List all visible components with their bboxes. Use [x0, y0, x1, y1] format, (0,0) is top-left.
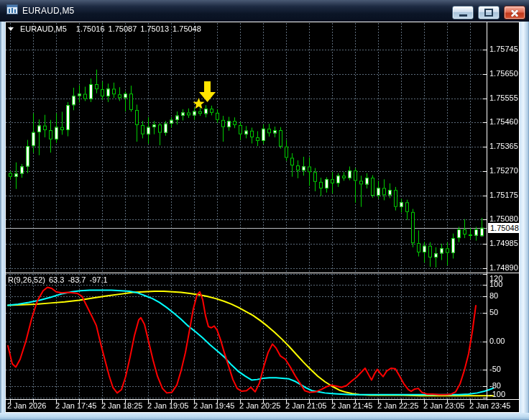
time-axis-label: 2 Jan 19:05 — [147, 401, 189, 410]
indicator-axis-label: 50 — [489, 308, 498, 316]
price-axis-label: 1.75650 — [489, 69, 518, 78]
indicator-axis-label: -50 — [489, 365, 501, 373]
collapse-arrow-icon[interactable] — [8, 27, 14, 31]
price-axis-label: 1.74890 — [489, 263, 518, 272]
time-axis-label: 2 Jan 22:25 — [377, 401, 419, 410]
price-axis-label: 1.75460 — [489, 117, 518, 126]
close-icon — [510, 9, 519, 17]
chart-window: EURAUD,M5 EURAUD,M5 1.75016 1.75087 1.75… — [0, 0, 529, 420]
price-axis-label: 1.75745 — [489, 45, 518, 53]
close-value: 1.75048 — [172, 24, 201, 33]
price-axis-label: 1.75175 — [489, 191, 518, 199]
time-axis-label: 2 Jan 19:45 — [193, 401, 235, 410]
high-value: 1.75087 — [109, 24, 137, 33]
price-axis-label: 1.75080 — [489, 214, 518, 223]
chart-window-icon — [6, 4, 18, 17]
minimize-button[interactable] — [452, 6, 474, 19]
price-axis-label: 1.75365 — [489, 142, 518, 150]
time-axis-label: 2 Jan 21:05 — [285, 401, 327, 410]
close-button[interactable] — [504, 6, 525, 19]
restore-icon — [484, 9, 493, 17]
bid-price-box: 1.75048 — [488, 223, 520, 233]
low-value: 1.75013 — [140, 24, 169, 33]
minimize-icon — [459, 14, 467, 17]
window-frame-right — [520, 22, 529, 420]
indicator-value-medium: -83.7 — [68, 275, 86, 284]
price-axis-label: 1.75555 — [489, 93, 518, 102]
indicator-value-slow: -97.1 — [89, 275, 107, 284]
window-controls — [452, 6, 525, 19]
time-axis-label: 2 Jan 17:45 — [55, 401, 97, 410]
indicator-axis-label: -80 — [489, 381, 501, 390]
price-axis-label: 1.74985 — [489, 239, 518, 247]
window-frame-bottom — [0, 413, 529, 420]
time-axis-label: 2 Jan 23:05 — [423, 401, 465, 410]
symbol-period-label: EURAUD,M5 — [20, 24, 67, 33]
chart-ohlc-header: EURAUD,M5 1.75016 1.75087 1.75013 1.7504… — [8, 24, 201, 33]
time-axis-label: 2 Jan 23:45 — [469, 401, 511, 410]
indicator-axis-label: 0.00 — [489, 337, 505, 345]
price-chart-canvas[interactable] — [0, 0, 529, 420]
indicator-axis-label: 80 — [489, 291, 498, 300]
indicator-value-fast: 63.3 — [49, 275, 64, 284]
window-frame-left — [0, 22, 5, 420]
price-axis-label: 1.75270 — [489, 166, 518, 175]
time-axis-label: 2 Jan 2026 — [7, 401, 46, 410]
indicator-header: R(9,26,52) 63.3 -83.7 -97.1 — [8, 275, 108, 284]
time-axis-label: 2 Jan 18:25 — [101, 401, 143, 410]
time-axis-label: 2 Jan 21:45 — [331, 401, 373, 410]
open-value: 1.75016 — [76, 24, 105, 33]
indicator-axis-label: 100 — [489, 280, 502, 288]
indicator-axis-label: -100 — [489, 390, 505, 398]
restore-button[interactable] — [478, 6, 500, 19]
time-axis-label: 2 Jan 20:25 — [239, 401, 281, 410]
title-bar[interactable]: EURAUD,M5 — [0, 0, 529, 22]
window-title: EURAUD,M5 — [22, 6, 74, 16]
indicator-name: R(9,26,52) — [8, 275, 45, 284]
